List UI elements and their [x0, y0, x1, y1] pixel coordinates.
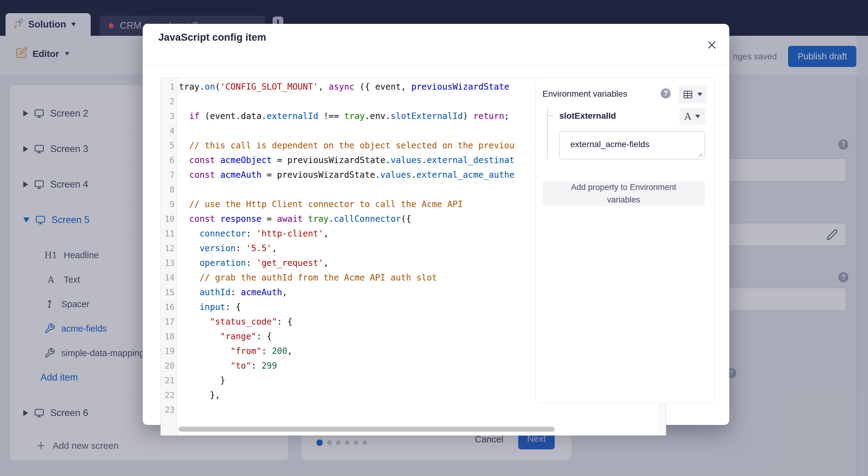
line-number: 15: [161, 285, 178, 300]
line-number: 9: [161, 197, 178, 212]
code-line-23: 23: [161, 403, 659, 417]
chevron-down-icon: [695, 115, 700, 118]
line-number: 6: [161, 153, 178, 168]
env-panel-title: Environment variables: [542, 89, 627, 99]
line-number: 17: [161, 314, 178, 329]
chevron-down-icon: [698, 93, 702, 96]
line-number: 2: [161, 94, 178, 109]
env-property-name: slotExternalId: [559, 111, 616, 121]
string-type-icon: A: [685, 111, 691, 122]
close-icon[interactable]: [706, 39, 718, 52]
environment-variables-panel: Environment variables ? slotExternalId A…: [535, 78, 715, 403]
help-icon[interactable]: ?: [661, 89, 671, 99]
table-view-toggle-button[interactable]: [678, 86, 707, 103]
modal-title: JavaScript config item: [158, 32, 266, 43]
line-number: 4: [161, 124, 178, 138]
line-number: 5: [161, 138, 178, 153]
line-number: 18: [161, 329, 178, 344]
line-number: 12: [161, 241, 178, 256]
line-number: 7: [161, 168, 178, 182]
line-number: 23: [161, 403, 178, 417]
resize-handle-icon[interactable]: [696, 151, 703, 159]
line-number: 16: [161, 300, 178, 314]
line-number: 22: [161, 388, 178, 403]
horizontal-scrollbar[interactable]: [178, 426, 659, 432]
line-number: 13: [161, 256, 178, 270]
line-number: 10: [161, 212, 178, 226]
line-number: 8: [161, 182, 178, 197]
line-number: 3: [161, 109, 178, 124]
table-icon: [683, 89, 693, 100]
divider: [143, 64, 729, 65]
property-type-button[interactable]: A: [679, 108, 705, 125]
tree-connector: [547, 115, 553, 116]
add-property-button[interactable]: Add property to Environment variables: [542, 181, 705, 206]
line-number: 1: [161, 79, 178, 94]
line-number: 20: [161, 359, 178, 373]
line-number: 19: [161, 344, 178, 359]
line-number: 21: [161, 373, 178, 388]
line-number: 14: [161, 270, 178, 285]
env-property-value-input[interactable]: external_acme-fields: [559, 131, 705, 159]
javascript-config-modal: JavaScript config item 1tray.on('CONFIG_…: [143, 24, 729, 425]
line-number: 11: [161, 226, 178, 241]
